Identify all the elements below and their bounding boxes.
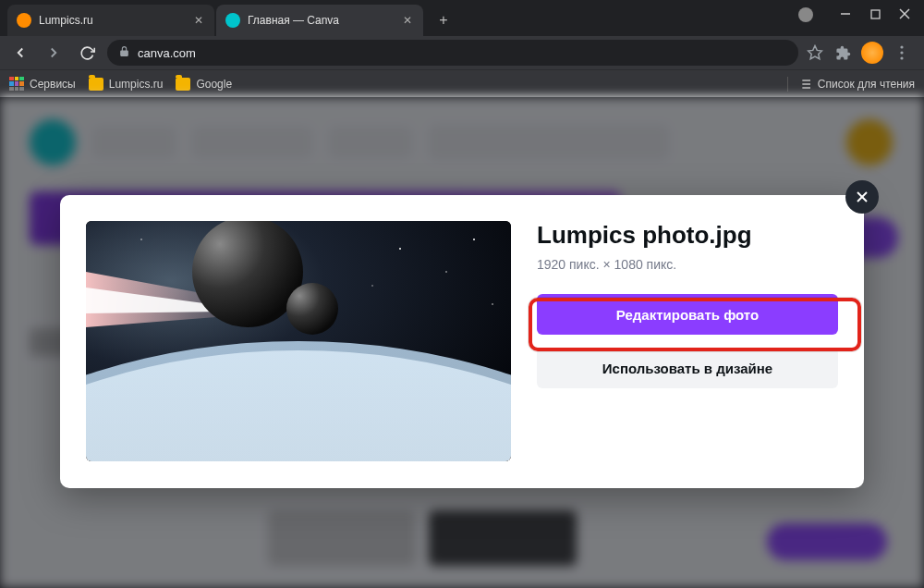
profile-avatar[interactable]: [861, 42, 883, 64]
tab-favicon: [225, 13, 240, 28]
svg-point-26: [371, 285, 372, 286]
bookmark-folder-lumpics[interactable]: Lumpics.ru: [89, 78, 164, 91]
window-controls: [785, 0, 924, 30]
back-button[interactable]: [7, 40, 33, 66]
apps-grid-icon: [9, 77, 24, 92]
svg-point-5: [900, 45, 903, 48]
button-label: Редактировать фото: [616, 307, 759, 323]
extensions-icon[interactable]: [833, 43, 852, 62]
window-close-icon[interactable]: [898, 7, 911, 20]
upload-preview-modal: Lumpics photo.jpg 1920 пикс. × 1080 пикс…: [60, 195, 864, 488]
list-icon: [797, 77, 812, 92]
tab-favicon: [17, 13, 31, 28]
filename-label: Lumpics photo.jpg: [537, 221, 838, 250]
use-in-design-button[interactable]: Использовать в дизайне: [537, 348, 838, 388]
folder-icon: [89, 78, 103, 91]
url-text: canva.com: [138, 46, 196, 60]
tab-canva[interactable]: Главная — Canva ✕: [216, 5, 423, 36]
apps-button[interactable]: Сервисы: [9, 77, 76, 92]
close-icon[interactable]: ✕: [401, 14, 414, 27]
image-preview: [86, 221, 511, 461]
reading-list-label: Список для чтения: [818, 78, 915, 91]
svg-point-28: [492, 303, 493, 305]
svg-point-21: [192, 221, 303, 327]
svg-point-22: [286, 283, 338, 335]
reload-button[interactable]: [74, 40, 100, 66]
close-modal-button[interactable]: [845, 180, 879, 214]
svg-point-7: [900, 56, 903, 59]
bookmark-folder-google[interactable]: Google: [176, 78, 232, 91]
svg-marker-4: [808, 46, 822, 59]
svg-point-6: [900, 51, 903, 54]
tab-title: Lumpics.ru: [39, 14, 188, 27]
svg-point-24: [445, 271, 447, 273]
bookmarks-bar: Сервисы Lumpics.ru Google Список для чте…: [0, 69, 924, 97]
button-label: Использовать в дизайне: [602, 361, 772, 376]
tab-media-indicator: [798, 7, 813, 22]
modal-info: Lumpics photo.jpg 1920 пикс. × 1080 пикс…: [537, 221, 838, 462]
svg-point-27: [140, 239, 142, 240]
minimize-icon[interactable]: [839, 7, 852, 20]
svg-rect-1: [871, 10, 880, 18]
bookmark-label: Lumpics.ru: [109, 78, 164, 91]
browser-titlebar: Lumpics.ru ✕ Главная — Canva ✕ +: [0, 0, 924, 36]
folder-icon: [176, 78, 190, 91]
url-input[interactable]: canva.com: [107, 40, 798, 66]
svg-point-25: [473, 239, 475, 240]
bookmark-label: Google: [196, 78, 232, 91]
lock-icon: [118, 45, 130, 60]
close-icon[interactable]: ✕: [192, 14, 205, 27]
address-bar: canva.com: [0, 36, 924, 69]
tab-title: Главная — Canva: [248, 14, 397, 27]
edit-photo-button[interactable]: Редактировать фото: [537, 294, 838, 335]
close-icon: [856, 190, 869, 203]
maximize-icon[interactable]: [869, 7, 881, 20]
bookmark-star-icon[interactable]: [806, 43, 824, 62]
svg-point-18: [86, 341, 511, 461]
kebab-menu-icon[interactable]: [893, 43, 911, 62]
new-tab-button[interactable]: +: [431, 7, 456, 33]
svg-point-23: [399, 248, 401, 250]
tab-lumpics[interactable]: Lumpics.ru ✕: [7, 5, 214, 36]
apps-label: Сервисы: [30, 78, 76, 91]
reading-list-button[interactable]: Список для чтения: [787, 77, 915, 92]
dimensions-label: 1920 пикс. × 1080 пикс.: [537, 257, 838, 272]
forward-button[interactable]: [41, 40, 67, 66]
